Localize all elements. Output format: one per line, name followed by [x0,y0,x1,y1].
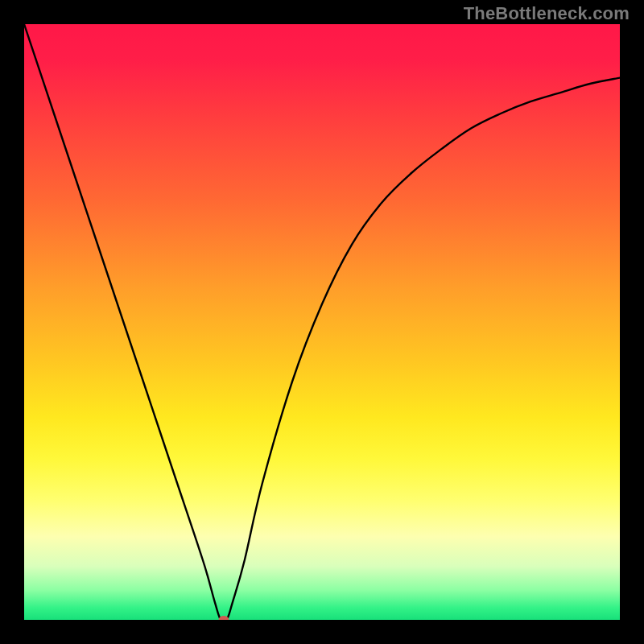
bottleneck-marker [218,616,229,620]
bottleneck-curve [24,24,620,620]
watermark-text: TheBottleneck.com [464,3,630,24]
plot-area [24,24,620,620]
chart-frame: TheBottleneck.com [0,0,644,644]
